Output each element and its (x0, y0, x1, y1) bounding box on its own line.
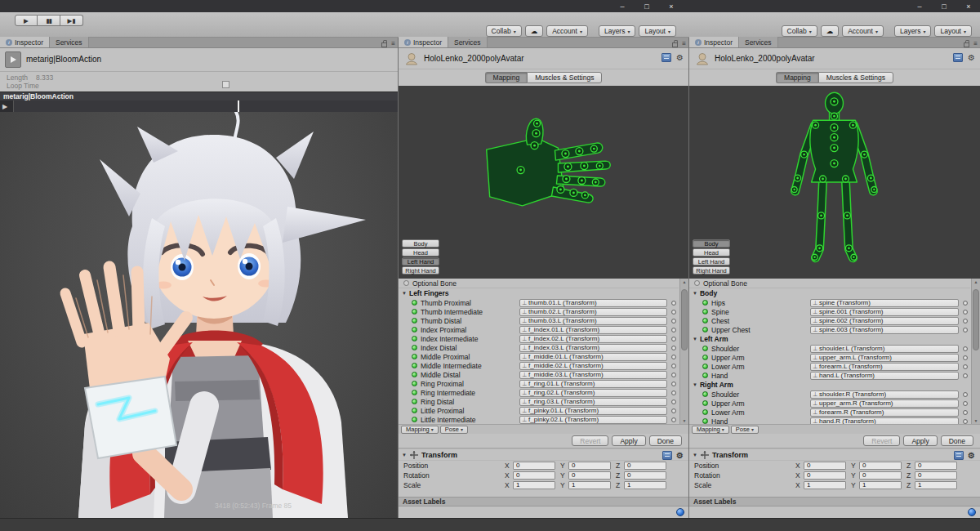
done-button[interactable]: Done (941, 435, 973, 446)
bone-object-field[interactable]: ⊥spine.001 (Transform) (810, 308, 959, 316)
tab-muscles-settings[interactable]: Muscles & Settings (818, 72, 893, 83)
transform-scale-z-field[interactable]: 1 (915, 481, 957, 489)
layers-button[interactable]: Layers▾ (894, 25, 932, 37)
object-picker-icon[interactable] (671, 346, 676, 350)
tab-services[interactable]: Services (50, 37, 89, 47)
bone-object-field[interactable]: ⊥spine.003 (Transform) (810, 326, 959, 334)
panel-menu-icon[interactable]: ≡ (682, 40, 686, 47)
collab-button[interactable]: Collab▾ (486, 25, 522, 37)
object-picker-icon[interactable] (963, 319, 968, 324)
bone-object-field[interactable]: ⊥hand.L (Transform) (810, 372, 959, 380)
bone-object-field[interactable]: ⊥f_pinky.01.L (Transform) (519, 407, 667, 415)
asset-labels-header[interactable]: Asset Labels (399, 497, 688, 506)
asset-label-picker-icon[interactable] (968, 508, 976, 516)
view-button-left-hand[interactable]: Left Hand (693, 257, 730, 266)
transform-position-x-field[interactable]: 0 (513, 462, 555, 470)
gear-icon[interactable]: ⚙ (968, 54, 975, 62)
view-button-right-hand[interactable]: Right Hand (402, 266, 439, 274)
transform-scale-z-field[interactable]: 1 (624, 481, 666, 489)
asset-label-picker-icon[interactable] (676, 508, 684, 516)
scroll-up-icon[interactable]: ▲ (680, 279, 688, 284)
bone-object-field[interactable]: ⊥f_index.01.L (Transform) (519, 326, 667, 334)
transform-rotation-y-field[interactable]: 0 (859, 471, 902, 480)
bone-group-left-fingers[interactable]: ▼Left Fingers (399, 288, 679, 298)
layout-button[interactable]: Layout▾ (934, 25, 972, 37)
playhead[interactable] (238, 100, 239, 112)
transform-position-z-field[interactable]: 0 (624, 462, 666, 470)
view-button-head[interactable]: Head (693, 248, 730, 257)
bone-object-field[interactable]: ⊥spine.002 (Transform) (810, 317, 959, 325)
view-button-left-hand[interactable]: Left Hand (402, 257, 439, 266)
object-picker-icon[interactable] (671, 355, 676, 359)
help-book-icon[interactable] (662, 53, 671, 62)
lock-icon[interactable] (672, 42, 678, 47)
gear-icon[interactable]: ⚙ (676, 54, 684, 62)
bone-group-body[interactable]: ▼Body (689, 288, 970, 298)
tab-services[interactable]: Services (448, 37, 488, 47)
help-book-icon[interactable] (953, 53, 963, 62)
scrollbar-thumb[interactable] (681, 289, 688, 350)
view-button-right-hand[interactable]: Right Hand (693, 266, 730, 274)
object-picker-icon[interactable] (671, 399, 676, 404)
bone-object-field[interactable]: ⊥f_ring.01.L (Transform) (519, 380, 667, 388)
transform-rotation-z-field[interactable]: 0 (624, 471, 666, 480)
preview-play-icon[interactable]: ▶ (2, 103, 7, 110)
bone-object-field[interactable]: ⊥f_pinky.02.L (Transform) (519, 416, 667, 424)
transform-rotation-x-field[interactable]: 0 (513, 471, 555, 480)
preview-timeline[interactable] (13, 100, 398, 112)
tab-services[interactable]: Services (739, 37, 778, 47)
play-button[interactable]: ▶ (15, 15, 38, 26)
object-picker-icon[interactable] (963, 392, 968, 397)
bone-object-field[interactable]: ⊥hand.R (Transform) (810, 417, 959, 424)
object-picker-icon[interactable] (671, 364, 676, 368)
bone-object-field[interactable]: ⊥spine (Transform) (810, 299, 959, 307)
object-picker-icon[interactable] (671, 319, 676, 324)
view-button-body[interactable]: Body (693, 239, 730, 248)
object-picker-icon[interactable] (671, 301, 676, 306)
bone-object-field[interactable]: ⊥upper_arm.R (Transform) (810, 399, 959, 408)
bone-object-field[interactable]: ⊥f_ring.02.L (Transform) (519, 389, 667, 397)
tab-muscles-settings[interactable]: Muscles & Settings (527, 72, 602, 83)
bone-object-field[interactable]: ⊥f_index.02.L (Transform) (519, 335, 667, 343)
transform-scale-x-field[interactable]: 1 (804, 481, 846, 489)
transform-rotation-y-field[interactable]: 0 (568, 471, 611, 480)
object-picker-icon[interactable] (963, 355, 968, 360)
transform-scale-y-field[interactable]: 1 (568, 481, 611, 489)
account-button[interactable]: Account▾ (842, 25, 884, 37)
transform-scale-x-field[interactable]: 1 (513, 481, 555, 489)
view-button-head[interactable]: Head (402, 248, 439, 257)
object-picker-icon[interactable] (671, 310, 676, 315)
bone-group-left-arm[interactable]: ▼Left Arm (689, 334, 970, 344)
bone-object-field[interactable]: ⊥f_middle.01.L (Transform) (519, 353, 667, 361)
bone-object-field[interactable]: ⊥f_index.03.L (Transform) (519, 344, 667, 352)
object-picker-icon[interactable] (963, 373, 968, 378)
object-picker-icon[interactable] (963, 346, 968, 351)
object-picker-icon[interactable] (671, 337, 676, 341)
transform-header[interactable]: ▼ Transform ⚙ (399, 449, 688, 461)
asset-labels-header[interactable]: Asset Labels (689, 497, 980, 506)
bone-object-field[interactable]: ⊥f_ring.03.L (Transform) (519, 398, 667, 406)
help-book-icon[interactable] (662, 451, 672, 460)
tab-inspector[interactable]: i Inspector (0, 37, 50, 47)
object-picker-icon[interactable] (963, 364, 968, 369)
cloud-button[interactable]: ☁ (821, 25, 840, 37)
object-picker-icon[interactable] (671, 382, 676, 386)
bone-object-field[interactable]: ⊥thumb.03.L (Transform) (519, 317, 667, 325)
transform-position-x-field[interactable]: 0 (804, 462, 846, 470)
bone-object-field[interactable]: ⊥thumb.01.L (Transform) (519, 299, 667, 307)
tab-mapping[interactable]: Mapping (776, 72, 818, 83)
object-picker-icon[interactable] (671, 390, 676, 395)
pose-menu-button[interactable]: Pose▾ (731, 426, 759, 434)
transform-scale-y-field[interactable]: 1 (859, 481, 902, 489)
layout-button[interactable]: Layout▾ (639, 25, 676, 37)
object-picker-icon[interactable] (671, 417, 676, 422)
transform-position-z-field[interactable]: 0 (915, 462, 957, 470)
loop-time-checkbox[interactable] (222, 81, 229, 88)
mapping-menu-button[interactable]: Mapping▾ (692, 426, 729, 434)
panel-menu-icon[interactable]: ≡ (391, 40, 395, 47)
apply-button[interactable]: Apply (612, 435, 645, 446)
object-picker-icon[interactable] (963, 401, 968, 406)
animation-preview-viewport[interactable]: 3418 (0:52:43) Frame 85 (0, 112, 398, 518)
scroll-down-icon[interactable]: ▼ (972, 418, 980, 423)
revert-button[interactable]: Revert (863, 435, 900, 446)
